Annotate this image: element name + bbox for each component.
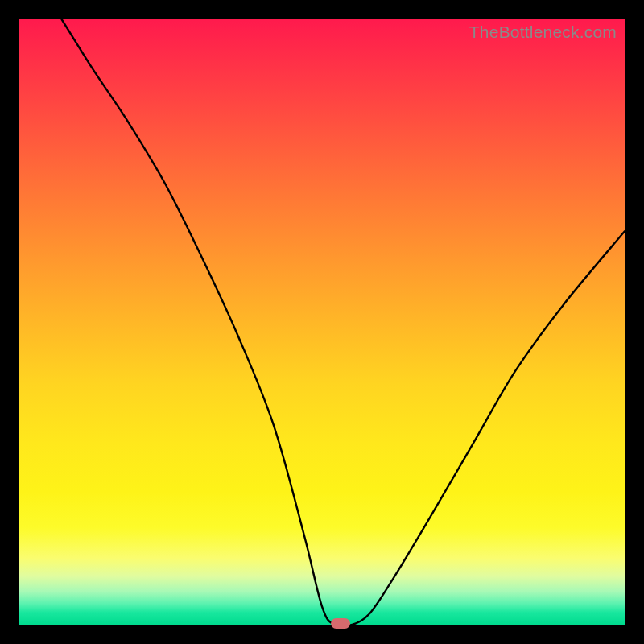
chart-plot-area: TheBottleneck.com [19, 19, 625, 625]
optimum-marker [331, 618, 350, 629]
chart-frame: TheBottleneck.com [0, 0, 644, 644]
bottleneck-curve [19, 19, 625, 625]
